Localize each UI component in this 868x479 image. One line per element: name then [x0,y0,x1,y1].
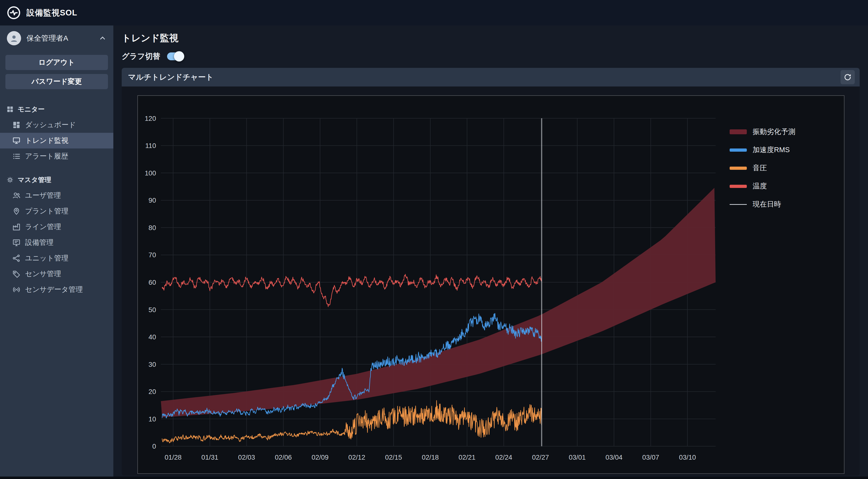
sidebar-item-label: ライン管理 [25,222,61,232]
sidebar-item-plant-management[interactable]: プラント管理 [0,203,113,219]
app-logo-icon [6,5,21,20]
main-content: トレンド監視 グラフ切替 マルチトレンドチャート 010203040506070… [113,26,868,479]
svg-text:0: 0 [152,443,156,450]
sidebar-item-unit-management[interactable]: ユニット管理 [0,250,113,266]
svg-text:01/31: 01/31 [202,453,218,461]
sidebar-item-label: ダッシュボード [25,120,76,130]
chevron-up-icon [99,34,106,42]
legend-swatch-thin [730,204,747,205]
equipment-icon [12,238,21,247]
sidebar-item-label: トレンド監視 [25,136,68,145]
sidebar-item-alert-history[interactable]: アラート履歴 [0,148,113,164]
svg-text:50: 50 [148,306,156,313]
svg-text:03/07: 03/07 [642,453,659,461]
svg-text:02/21: 02/21 [459,453,475,461]
sidebar-item-trend-monitor[interactable]: トレンド監視 [0,133,113,148]
sidebar-item-sensor-management[interactable]: センサ管理 [0,266,113,282]
alert-history-icon [12,152,21,161]
sidebar-item-label: センサ管理 [25,269,61,279]
user-menu[interactable]: 保全管理者A [0,26,113,51]
logout-button[interactable]: ログアウト [5,55,108,70]
line-factory-icon [12,223,21,231]
multi-trend-card: マルチトレンドチャート 0102030405060708090100110120… [122,68,860,476]
monitor-section-icon [6,106,14,113]
legend-item-temperature[interactable]: 温度 [730,181,795,191]
svg-text:10: 10 [148,415,156,423]
change-password-button[interactable]: パスワード変更 [5,74,108,89]
sidebar-item-sensor-data-management[interactable]: センサデータ管理 [0,282,113,298]
nav-section-monitor: モニター [0,100,113,117]
sidebar-item-equipment-management[interactable]: 設備管理 [0,235,113,250]
svg-text:02/27: 02/27 [532,453,549,461]
sidebar-item-label: アラート履歴 [25,151,68,161]
legend-swatch-line [730,167,747,170]
sensor-data-icon [12,285,21,294]
svg-text:70: 70 [148,251,156,259]
top-app-bar: 設備監視SOL [0,0,868,26]
svg-text:60: 60 [148,279,156,286]
svg-text:02/18: 02/18 [422,453,439,461]
legend-item-acceleration-rms[interactable]: 加速度RMS [730,145,795,155]
sidebar: 保全管理者A ログアウト パスワード変更 モニター ダッシュボード トレンド監視 [0,26,113,479]
unit-share-icon [12,254,21,263]
nav-section-label: モニター [18,105,45,114]
sidebar-item-user-management[interactable]: ユーザ管理 [0,188,113,203]
sidebar-nav: モニター ダッシュボード トレンド監視 アラート履歴 マスタ管理 [0,100,113,298]
svg-text:20: 20 [148,388,156,396]
legend-label: 音圧 [753,163,767,173]
refresh-icon [843,73,852,81]
svg-text:90: 90 [148,197,156,204]
sensor-tag-icon [12,270,21,278]
chart-legend: 振動劣化予測 加速度RMS 音圧 温度 現在日時 [730,127,795,209]
nav-section-label: マスタ管理 [18,175,51,184]
graph-toggle-switch[interactable] [167,53,183,60]
user-avatar [7,31,21,45]
svg-text:80: 80 [148,224,156,232]
legend-item-sound-pressure[interactable]: 音圧 [730,163,795,173]
svg-text:30: 30 [148,361,156,368]
card-header: マルチトレンドチャート [122,68,860,87]
svg-text:03/04: 03/04 [606,453,622,461]
sidebar-item-label: 設備管理 [25,238,54,247]
legend-swatch-band [730,129,747,134]
trend-monitor-icon [12,136,21,145]
legend-item-vibration-prediction[interactable]: 振動劣化予測 [730,127,795,136]
svg-text:02/24: 02/24 [495,453,512,461]
app-title: 設備監視SOL [27,7,77,19]
svg-text:02/06: 02/06 [275,453,292,461]
svg-text:01/28: 01/28 [165,453,182,461]
sidebar-item-label: センサデータ管理 [25,285,83,295]
toggle-knob [174,51,184,62]
refresh-button[interactable] [840,70,855,84]
svg-text:110: 110 [145,142,156,149]
svg-text:03/10: 03/10 [679,453,696,461]
svg-text:100: 100 [145,169,156,177]
legend-item-current-datetime[interactable]: 現在日時 [730,200,795,209]
window-bottom-edge [0,477,868,479]
gear-icon [6,176,14,183]
user-name: 保全管理者A [27,33,93,43]
svg-text:02/15: 02/15 [385,453,402,461]
sidebar-item-label: ユーザ管理 [25,191,61,200]
svg-text:40: 40 [148,333,156,341]
sidebar-item-label: ユニット管理 [25,253,68,263]
page-title: トレンド監視 [122,32,868,44]
svg-text:120: 120 [145,115,156,122]
plant-pin-icon [12,207,21,215]
sidebar-item-label: プラント管理 [25,206,68,216]
graph-toggle-label: グラフ切替 [122,51,160,62]
dashboard-icon [12,121,21,129]
users-icon [12,191,21,200]
sidebar-item-line-management[interactable]: ライン管理 [0,219,113,235]
svg-text:02/12: 02/12 [348,453,365,461]
legend-label: 現在日時 [753,199,781,209]
legend-swatch-line [730,148,747,152]
sidebar-item-dashboard[interactable]: ダッシュボード [0,117,113,133]
legend-label: 温度 [753,181,767,191]
card-title: マルチトレンドチャート [128,72,213,82]
svg-text:02/03: 02/03 [238,453,255,461]
svg-text:02/09: 02/09 [312,453,329,461]
legend-swatch-line [730,185,747,188]
graph-toggle-row: グラフ切替 [122,51,868,62]
trend-chart-panel: 010203040506070809010011012001/2801/3102… [137,95,844,474]
